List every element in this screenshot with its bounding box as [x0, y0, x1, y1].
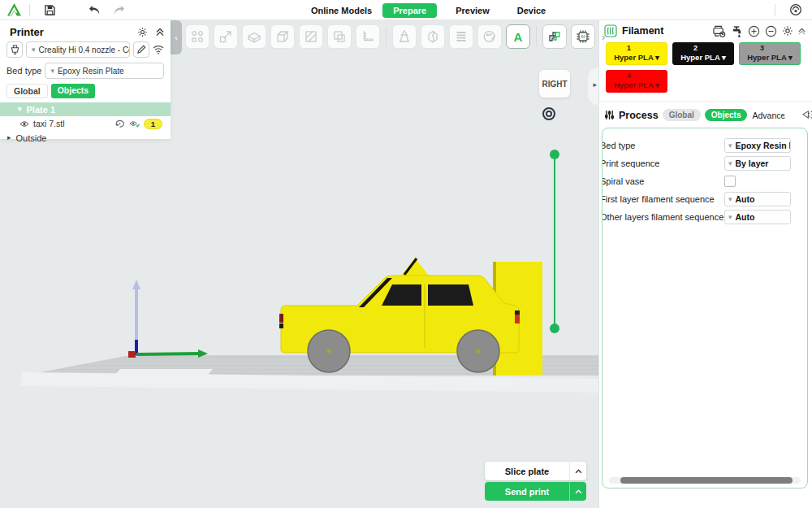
text-tool-icon[interactable]: A: [506, 24, 530, 49]
filament-slot-2[interactable]: 2 Hyper PLA ▾: [672, 42, 734, 65]
tree-closed-icon: ▸: [7, 134, 11, 141]
letter-a-glyph: A: [514, 31, 523, 43]
rotate-reset-icon[interactable]: [114, 119, 125, 128]
print-sequence-select[interactable]: ▾ By layer: [724, 156, 791, 171]
other-layers-sequence-select[interactable]: ▾ Auto: [724, 210, 791, 224]
printer-select-value: Creality Hi 0.4 nozzle - Copy: [39, 46, 130, 54]
printer-select[interactable]: ▾ Creality Hi 0.4 nozzle - Copy: [26, 41, 130, 58]
eye-badge-icon[interactable]: [129, 119, 140, 128]
sync-printer-icon[interactable]: [712, 25, 726, 37]
filament-slot-4[interactable]: 4 Hyper PLA ▾: [606, 70, 667, 93]
chevron-right-icon: ▸: [593, 80, 597, 89]
spray-icon[interactable]: [801, 110, 812, 120]
left-panel-collapse-handle[interactable]: ‹: [171, 20, 182, 54]
tree-item-model[interactable]: taxi 7.stl 1: [0, 116, 171, 131]
redo-button[interactable]: [110, 2, 127, 18]
merge-icon[interactable]: [327, 24, 352, 49]
caret-down-icon: ▾: [722, 53, 726, 62]
scale-handle-bottom[interactable]: [550, 323, 559, 333]
bed-type-select[interactable]: ▾ Epoxy Resin Plate: [45, 63, 164, 79]
filament-collapse-icon[interactable]: [798, 27, 806, 35]
cut-icon[interactable]: [421, 24, 445, 49]
main-tabs: Online Models Prepare Preview Device: [311, 0, 546, 20]
setting-label: Print sequence: [602, 158, 724, 168]
support-icon[interactable]: [392, 24, 417, 49]
add-filament-icon[interactable]: [748, 25, 760, 37]
slice-plate-button[interactable]: Slice plate: [485, 462, 586, 480]
add-primitive-icon[interactable]: [270, 24, 295, 49]
slice-options-chevron-icon[interactable]: [569, 462, 586, 480]
tree-item-plate[interactable]: ▾ Plate 1: [0, 102, 171, 116]
remove-filament-icon[interactable]: [765, 25, 777, 37]
split-puzzle-icon[interactable]: [542, 24, 567, 49]
printer-panel-title: Printer: [10, 26, 137, 38]
edit-printer-pencil-icon[interactable]: [133, 41, 149, 58]
auto-arrange-icon[interactable]: [185, 24, 209, 49]
tab-global-left[interactable]: Global: [6, 84, 48, 98]
model-toolbar: A AI ›: [185, 24, 605, 49]
tab-objects-left[interactable]: Objects: [51, 84, 96, 98]
lay-on-bed-icon[interactable]: [242, 24, 266, 49]
scale-icon[interactable]: [214, 24, 238, 49]
spiral-vase-checkbox[interactable]: [724, 176, 736, 187]
bed-type-label: Bed type: [6, 66, 41, 76]
bed-type-process-select[interactable]: ▾ Epoxy Resin P...: [724, 138, 791, 153]
measure-icon[interactable]: [356, 24, 380, 49]
user-account-icon[interactable]: [789, 3, 802, 20]
send-print-button[interactable]: Send print: [485, 482, 586, 501]
filament-slot-name: Hyper PLA ▾: [607, 53, 667, 62]
setting-row-spiral-vase: Spiral vase: [603, 172, 807, 190]
divider: [29, 4, 30, 16]
tab-preview[interactable]: Preview: [456, 6, 490, 15]
filament-header: Filament: [599, 20, 812, 40]
select-value: Auto: [736, 212, 755, 222]
toolbar-more-icon[interactable]: ›: [602, 31, 605, 43]
seam-icon[interactable]: [449, 24, 473, 49]
filament-title: Filament: [622, 25, 663, 37]
send-options-chevron-icon[interactable]: [569, 482, 586, 501]
right-panel-collapse-handle[interactable]: ▸: [588, 67, 598, 105]
viewport-3d[interactable]: Printer ▾ Creality Hi 0.4 nozzle - Copy: [0, 20, 598, 508]
eye-visibility-icon[interactable]: [19, 120, 29, 128]
tab-device[interactable]: Device: [517, 6, 546, 15]
setting-row-bed-type: Bed type ▾ Epoxy Resin P...: [603, 137, 807, 154]
ai-detect-icon[interactable]: AI: [571, 24, 595, 49]
tree-item-outside[interactable]: ▸ Outside: [0, 131, 171, 145]
model-taxi[interactable]: [268, 252, 560, 382]
tab-prepare[interactable]: Prepare: [382, 3, 437, 18]
scale-handle-top[interactable]: [550, 150, 559, 159]
printer-icon[interactable]: [6, 41, 23, 58]
send-print-label: Send print: [485, 482, 569, 501]
view-orientation-label[interactable]: RIGHT: [539, 70, 570, 98]
horizontal-scrollbar-thumb[interactable]: [620, 477, 793, 484]
tab-online-models[interactable]: Online Models: [311, 6, 372, 15]
filament-slot-number: 1: [627, 45, 667, 53]
model-file-name: taxi 7.stl: [33, 119, 110, 128]
filament-slot-1[interactable]: 1 Hyper PLA ▾: [606, 42, 667, 65]
first-layer-sequence-select[interactable]: ▾ Auto: [724, 192, 791, 206]
printer-settings-gear-icon[interactable]: [137, 27, 148, 37]
caret-down-icon: ▾: [728, 213, 732, 221]
lay-flat-icon[interactable]: [299, 24, 323, 49]
setting-label: Bed type: [602, 141, 724, 150]
divider: [536, 27, 537, 46]
save-button[interactable]: [41, 2, 58, 18]
setting-row-other-layers-sequence: Other layers filament sequence ▾ Auto: [603, 208, 807, 226]
tab-objects-process[interactable]: Objects: [705, 109, 748, 121]
caret-down-icon: ▾: [655, 53, 659, 62]
filament-assignment-badge[interactable]: 1: [144, 119, 162, 129]
tree-open-icon: ▾: [18, 106, 22, 113]
navigation-ball-icon[interactable]: [542, 107, 555, 120]
printer-panel-collapse-icon[interactable]: [156, 28, 164, 37]
flush-faucet-icon[interactable]: [731, 25, 743, 37]
filament-slot-3[interactable]: 3 Hyper PLA ▾: [739, 42, 801, 65]
caret-down-icon: ▾: [50, 67, 54, 75]
filament-settings-gear-icon[interactable]: [782, 25, 793, 37]
tab-global-process[interactable]: Global: [663, 109, 701, 121]
filament-slot-number: 2: [693, 45, 733, 53]
setting-label: First layer filament sequence: [602, 194, 724, 204]
undo-button[interactable]: [86, 2, 102, 18]
filament-slot-name: Hyper PLA ▾: [607, 80, 667, 89]
paint-icon[interactable]: [477, 24, 502, 49]
wifi-icon[interactable]: [153, 45, 164, 54]
